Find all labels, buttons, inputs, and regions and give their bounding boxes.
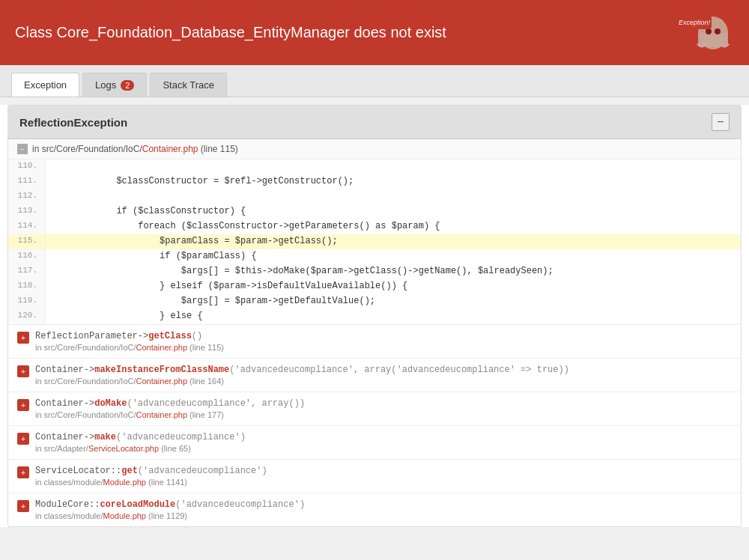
code-line-113: 113. if ($classConstructor) { [8, 204, 741, 219]
frame-path-0: in src/Core/Foundation/IoC/Container.php… [35, 343, 732, 352]
code-line-119: 119. $args[] = $param->getDefaultValue()… [8, 294, 741, 309]
error-title: Class Core_Foundation_Database_EntityMan… [15, 24, 446, 41]
exception-section: ReflectionException − − in src/Core/Foun… [7, 105, 742, 527]
frame-class-5: ModuleCore [35, 499, 89, 510]
frame-args-1: ('advancedeucompliance', array('advanced… [229, 365, 569, 375]
stack-frame-2: + Container->doMake('advancedeucomplianc… [8, 392, 741, 425]
frame-class-2: Container [35, 398, 84, 409]
frame-info-3: Container->make('advancedeucompliance') … [35, 432, 732, 453]
frame-path-5: in classes/module/Module.php (line 1129) [35, 511, 732, 520]
code-content-110 [46, 159, 741, 174]
logo-area: Exception! [674, 12, 734, 53]
frame-method-2: doMake [94, 398, 127, 409]
stack-frame-0: + ReflectionParameter->getClass() in src… [8, 324, 741, 358]
stack-frame-3: + Container->make('advancedeucompliance'… [8, 425, 741, 459]
line-num-115: 115. [8, 234, 46, 249]
frame-call-5: ModuleCore::coreLoadModule('advancedeuco… [35, 499, 732, 510]
line-num-120: 120. [8, 309, 46, 324]
frame-path-file-5: Module.php [103, 511, 147, 520]
toggle-code-icon[interactable]: − [17, 144, 28, 154]
stack-frame-1: + Container->makeInstanceFromClassName('… [8, 358, 741, 392]
frame-sep-5: :: [89, 499, 100, 510]
code-line-118: 118. } elseif ($param->isDefaultValueAva… [8, 279, 741, 294]
frame-sep-3: -> [84, 432, 94, 442]
line-num-117: 117. [8, 264, 46, 279]
exception-logo-icon: Exception! [674, 12, 734, 53]
frame-call-4: ServiceLocator::get('advancedeucomplianc… [35, 466, 732, 476]
code-content-118: } elseif ($param->isDefaultValueAvailabl… [46, 279, 741, 294]
exception-header: ReflectionException − [8, 106, 741, 139]
exception-title: ReflectionException [19, 116, 127, 129]
frame-toggle-1[interactable]: + [17, 365, 29, 377]
code-content-120: } else { [46, 309, 741, 324]
frame-class-3: Container [35, 432, 84, 442]
code-line-114: 114. foreach ($classConstructor->getPara… [8, 219, 741, 234]
frame-args-2: ('advancedeucompliance', array()) [127, 398, 305, 409]
frame-method-1: makeInstanceFromClassName [94, 365, 229, 375]
code-content-114: foreach ($classConstructor->getParameter… [46, 219, 741, 234]
line-num-113: 113. [8, 204, 46, 219]
code-line-115: 115. $paramClass = $param->getClass(); [8, 234, 741, 249]
frame-args-3: ('advancedeucompliance') [116, 432, 246, 442]
code-content-113: if ($classConstructor) { [46, 204, 741, 219]
code-line-110: 110. [8, 159, 741, 174]
header: Class Core_Foundation_Database_EntityMan… [0, 0, 749, 65]
svg-point-2 [706, 28, 712, 34]
code-content-117: $args[] = $this->doMake($param->getClass… [46, 264, 741, 279]
frame-path-file-3: ServiceLocator.php [88, 444, 159, 453]
content-area: ReflectionException − − in src/Core/Foun… [0, 105, 749, 527]
stack-frame-4: + ServiceLocator::get('advancedeucomplia… [8, 459, 741, 493]
code-line-116: 116. if ($paramClass) { [8, 249, 741, 264]
stack-frames: + ReflectionParameter->getClass() in src… [8, 324, 741, 526]
code-block: 110. 111. $classConstructor = $refl->get… [8, 159, 741, 324]
frame-args-4: ('advancedeucompliance') [138, 466, 267, 476]
code-content-115: $paramClass = $param->getClass(); [46, 234, 741, 249]
frame-args-5: ('advancedeucompliance') [175, 499, 305, 510]
svg-point-3 [715, 28, 721, 34]
frame-toggle-3[interactable]: + [17, 433, 29, 445]
frame-method-5: coreLoadModule [100, 499, 175, 510]
code-content-111: $classConstructor = $refl->getConstructo… [46, 174, 741, 189]
frame-path-3: in src/Adapter/ServiceLocator.php (line … [35, 444, 732, 453]
frame-path-2: in src/Core/Foundation/IoC/Container.php… [35, 410, 732, 419]
line-num-119: 119. [8, 294, 46, 309]
code-line-120: 120. } else { [8, 309, 741, 324]
frame-class-0: ReflectionParameter [35, 331, 138, 341]
tab-logs[interactable]: Logs 2 [82, 73, 147, 97]
frame-path-file-1: Container.php [136, 377, 188, 386]
frame-class-4: ServiceLocator [35, 466, 111, 476]
collapse-button[interactable]: − [712, 113, 730, 131]
tab-logs-label: Logs [95, 79, 116, 91]
frame-path-file-2: Container.php [136, 410, 188, 419]
frame-path-1: in src/Core/Foundation/IoC/Container.php… [35, 377, 732, 386]
frame-toggle-4[interactable]: + [17, 466, 29, 478]
tab-stack-trace-label: Stack Trace [163, 79, 214, 91]
line-num-114: 114. [8, 219, 46, 234]
code-content-119: $args[] = $param->getDefaultValue(); [46, 294, 741, 309]
frame-toggle-0[interactable]: + [17, 332, 29, 344]
frame-call-1: Container->makeInstanceFromClassName('ad… [35, 365, 732, 375]
tabs-bar: Exception Logs 2 Stack Trace [0, 65, 749, 97]
line-num-116: 116. [8, 249, 46, 264]
frame-sep-0: -> [138, 331, 148, 341]
tab-exception-label: Exception [24, 79, 67, 91]
frame-method-0: getClass [148, 331, 192, 341]
file-path-text: in src/Core/Foundation/IoC/Container.php… [32, 144, 238, 154]
frame-method-3: make [94, 432, 116, 442]
frame-call-3: Container->make('advancedeucompliance') [35, 432, 732, 442]
tab-exception[interactable]: Exception [11, 73, 79, 97]
frame-info-0: ReflectionParameter->getClass() in src/C… [35, 331, 732, 352]
frame-info-1: Container->makeInstanceFromClassName('ad… [35, 365, 732, 386]
file-path-highlight: Container.php [142, 144, 198, 154]
frame-toggle-5[interactable]: + [17, 500, 29, 512]
frame-call-2: Container->doMake('advancedeucompliance'… [35, 398, 732, 409]
frame-args-0: () [192, 331, 202, 341]
code-content-112 [46, 189, 741, 204]
frame-toggle-2[interactable]: + [17, 399, 29, 411]
frame-info-5: ModuleCore::coreLoadModule('advancedeuco… [35, 499, 732, 520]
frame-path-4: in classes/module/Module.php (line 1141) [35, 478, 732, 487]
file-location: − in src/Core/Foundation/IoC/Container.p… [8, 139, 741, 159]
svg-text:Exception!: Exception! [679, 19, 711, 26]
tab-stack-trace[interactable]: Stack Trace [150, 73, 227, 97]
code-line-117: 117. $args[] = $this->doMake($param->get… [8, 264, 741, 279]
